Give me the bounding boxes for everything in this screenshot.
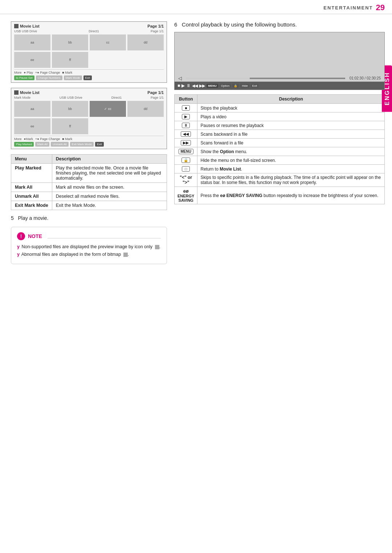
ff-btn-icon: ▶▶ <box>181 140 191 146</box>
play-marked-btn[interactable]: Play Marked <box>14 142 34 147</box>
grid-item-5: ee <box>14 52 50 68</box>
screen2-btn-row: Play Marked Mark All Unmark All Exit Mar… <box>14 142 164 147</box>
stop-icon[interactable]: ■ <box>177 83 180 88</box>
btn-screen: 🔒 <box>175 156 197 165</box>
mark-all-btn[interactable]: Mark All <box>35 142 49 147</box>
ltgt-btn-icon: "<" or ">" <box>180 175 192 185</box>
desc-energy: Press the eø ENERGY SAVING button repeat… <box>197 187 385 204</box>
top-bar: ENTERTAINMENT 29 <box>0 0 392 14</box>
time-display: 01:02:30 / 02:30:25 <box>350 76 381 80</box>
energy-icon: eø <box>183 188 189 194</box>
pause-icon[interactable]: ⏸ <box>186 83 191 88</box>
screen1-page2: Page 1/1 <box>151 29 164 33</box>
bottom-play: ● Play <box>24 71 33 74</box>
menu-col-header: Menu <box>11 155 52 164</box>
exit-ctrl-btn[interactable]: Exit <box>251 84 258 88</box>
note-line-1: y Non-supported files are displayed the … <box>17 243 161 251</box>
button-table: Button Description ■ Stops the playback … <box>174 94 385 204</box>
desc-col-header: Description <box>52 155 167 164</box>
screen1-btn-row: to Pause Set Change Numbers Mark Mode Ex… <box>14 75 164 80</box>
desc-rewind: Scans backward in a file <box>197 130 385 139</box>
table-row: Play Marked Play the selected movie file… <box>11 164 167 183</box>
pause-set-btn[interactable]: to Pause Set <box>14 75 34 80</box>
step5-text: Play a movie. <box>18 215 48 221</box>
progress-bar[interactable] <box>186 78 345 79</box>
screen2-subrow: Mark Mode USB USB Drive Direct1 Page 1/1 <box>14 96 164 99</box>
playback-screen: ◁ 01:02:30 / 02:30:25 ■ ▶ ⏸ ◀◀ ▶▶ MENU O… <box>174 32 385 90</box>
section-title: ENTERTAINMENT <box>323 5 373 11</box>
hide-btn[interactable]: Hide <box>240 84 249 88</box>
screen1-title: Movie List <box>20 24 40 28</box>
note-icon: ! <box>17 232 25 240</box>
desc-ltgt: Skips to specific points in a file durin… <box>197 173 385 187</box>
option-btn[interactable]: Option <box>220 84 231 88</box>
bottom2-pagechange: +● Page Change <box>35 137 60 141</box>
btn-rewind: ◀◀ <box>175 130 197 139</box>
menu-ctrl-btn[interactable]: MENU <box>207 84 218 88</box>
table-row: ■ Stops the playback <box>175 104 385 112</box>
table-row: Mark All Mark all movie files on the scr… <box>11 183 167 192</box>
grid-item-3: cc <box>90 34 126 50</box>
menu-play-marked: Play Marked <box>11 164 52 183</box>
screen-btn[interactable]: 🔒 <box>232 84 239 88</box>
table-row: 🔒 Hide the menu on the full-sized screen… <box>175 156 385 165</box>
table-row: □ Return to Movie List. <box>175 165 385 173</box>
square-btn-icon: □ <box>182 166 190 172</box>
main-content: Movie List Page 1/1 USB USB Drive Direct… <box>0 14 392 271</box>
menu-table: Menu Description Play Marked Play the se… <box>11 154 167 210</box>
table-row: ▶▶ Scans forward in a file <box>175 139 385 147</box>
note-content: y Non-supported files are displayed the … <box>17 243 161 259</box>
grid2-item-3: ✓ cc <box>90 101 126 117</box>
exit-mark-mode-btn[interactable]: Exit Mark Mode <box>70 142 94 147</box>
screen2-direct: Direct1 <box>111 96 122 99</box>
rewind-icon[interactable]: ◀◀ <box>192 83 198 88</box>
page-number: 29 <box>376 3 385 12</box>
btn-stop: ■ <box>175 104 197 112</box>
desc-square: Return to Movie List. <box>197 165 385 173</box>
note-header: ! NOTE <box>17 232 161 240</box>
screen2-mode: Mark Mode <box>14 96 30 99</box>
table-row: Exit Mark Mode Exit the Mark Mode. <box>11 201 167 210</box>
btn-ff: ▶▶ <box>175 139 197 147</box>
step5: 5 Play a movie. <box>11 215 167 221</box>
note-text-1: Non-supported files are displayed the pr… <box>21 244 152 249</box>
screen1-direct: Direct1 <box>89 29 99 33</box>
movie-icon-2 <box>14 90 19 95</box>
btn-energy: eø ENERGYSAVING <box>175 187 197 204</box>
icon-placeholder-1 <box>155 245 159 249</box>
screen1-page: Page 1/1 <box>147 24 164 28</box>
fastforward-icon[interactable]: ▶▶ <box>199 83 205 88</box>
step6: 6 Control playback by using the followin… <box>174 21 385 28</box>
table-row: Unmark All Deselect all marked movie fil… <box>11 192 167 201</box>
movie-list-screen-2: Movie List Page 1/1 Mark Mode USB USB Dr… <box>11 88 167 149</box>
energy-bold: eø ENERGY SAVING <box>220 193 262 198</box>
desc-menu: Show the Option menu. <box>197 147 385 156</box>
right-column: 6 Control playback by using the followin… <box>174 21 385 264</box>
btn-menu: MENU <box>175 147 197 156</box>
grid2-item-5: ee <box>14 118 50 134</box>
mark-mode-btn[interactable]: Mark Mode <box>64 75 82 80</box>
exit-btn-2[interactable]: Exit <box>95 142 103 147</box>
progress-fill <box>186 78 250 79</box>
unmark-all-btn[interactable]: Unmark All <box>51 142 69 147</box>
btn-col-header: Button <box>175 95 197 104</box>
grid-item-6: ff <box>52 52 88 68</box>
rewind-btn-icon: ◀◀ <box>181 131 191 137</box>
step6-num: 6 <box>174 21 177 28</box>
option-bold: Option <box>220 149 234 154</box>
change-numbers-btn[interactable]: Change Numbers <box>36 75 62 80</box>
note-line-2: y Abnormal files are displayed in the fo… <box>17 251 161 258</box>
bottom2-more: More <box>14 137 22 141</box>
icon-placeholder-2 <box>123 253 128 257</box>
step6-text: Control playback by using the following … <box>182 21 297 28</box>
seek-left-icon: ◁ <box>178 75 182 81</box>
playback-controls: ■ ▶ ⏸ ◀◀ ▶▶ MENU Option 🔒 Hide Exit <box>175 82 384 90</box>
table-row: MENU Show the Option menu. <box>175 147 385 156</box>
grid2-item-6: ff <box>52 118 88 134</box>
play-icon[interactable]: ▶ <box>181 83 185 88</box>
screen-btn-icon: 🔒 <box>181 157 190 163</box>
exit-btn[interactable]: Exit <box>83 75 92 80</box>
note-text-2: Abnormal files are displayed in the form… <box>21 252 121 257</box>
note-box: ! NOTE y Non-supported files are display… <box>11 227 167 264</box>
table-row: ▶ Plays a video <box>175 112 385 121</box>
